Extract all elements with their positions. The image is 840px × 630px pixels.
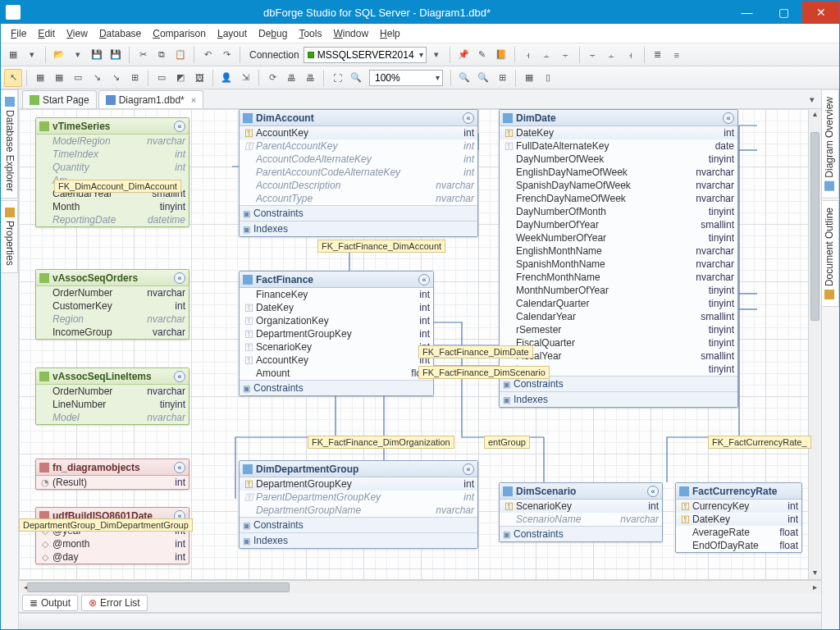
entity-dimdepartmentgroup[interactable]: DimDepartmentGroup« DepartmentGroupKeyin… (239, 460, 478, 549)
column-row[interactable]: FinanceKeyint (240, 288, 433, 301)
distribute-h-button[interactable]: ≣ (649, 46, 667, 64)
column-row[interactable]: ReportingDatedatetime (36, 213, 189, 226)
column-row[interactable]: OrderNumbernvarchar (36, 385, 189, 398)
column-row[interactable]: EnglishMonthNamenvarchar (500, 244, 737, 258)
align-right-button[interactable]: ⫟ (557, 46, 575, 64)
copy-button[interactable]: ⧉ (153, 46, 171, 64)
column-row[interactable]: ScenarioKeyint (240, 340, 433, 354)
scrollbar-thumb[interactable] (27, 582, 290, 592)
menu-layout[interactable]: Layout (212, 26, 252, 41)
save-all-button[interactable]: 💾 (107, 46, 125, 64)
align-top-button[interactable]: ⫟ (584, 46, 602, 64)
section-constraints[interactable]: Constraints (240, 205, 477, 221)
menu-edit[interactable]: Edit (33, 26, 60, 41)
select-tool[interactable]: ↖ (4, 69, 22, 87)
collapse-icon[interactable]: « (463, 112, 474, 124)
column-row[interactable]: IncomeGroupvarchar (36, 326, 189, 339)
entity-vassocseqorders[interactable]: vAssocSeqOrders« OrderNumbernvarcharCust… (35, 269, 189, 340)
column-row[interactable]: AccountKeyint (240, 354, 433, 367)
column-row[interactable]: OrderNumbernvarchar (36, 286, 189, 299)
section-constraints[interactable]: Constraints (240, 517, 477, 532)
horizontal-scrollbar[interactable]: ◂▸ (19, 580, 821, 593)
section-constraints[interactable]: Constraints (240, 380, 433, 395)
connection-dropdown[interactable]: ▾ (427, 46, 445, 64)
column-row[interactable]: WeekNumberOfYeartinyint (500, 231, 737, 244)
print-preview-button[interactable]: 🖶 (301, 69, 319, 87)
column-row[interactable]: DayNumberOfWeektinyint (500, 153, 737, 166)
column-row[interactable]: FrenchMonthNamenvarchar (500, 271, 737, 284)
align-center-button[interactable]: ⫠ (538, 46, 556, 64)
entity-udfbuildiso8601date[interactable]: udfBuildISO8601Date« @yearint@monthint@d… (35, 507, 189, 564)
column-row[interactable]: EndOfDayRatefloat (676, 539, 801, 552)
column-row[interactable]: DateKeyint (240, 301, 433, 314)
add-container-button[interactable]: ▭ (69, 69, 87, 87)
column-row[interactable]: DepartmentGroupKeyint (240, 327, 433, 340)
entity-dimaccount[interactable]: DimAccount« AccountKeyint ParentAccountK… (239, 109, 478, 237)
column-row[interactable]: @dayint (36, 550, 189, 564)
align-left-button[interactable]: ⫞ (519, 46, 537, 64)
entity-vtimeseries[interactable]: vTimeSeries« ModelRegionnvarcharTimeInde… (35, 117, 189, 227)
tab-diagram-overview[interactable]: Diagram Overview (822, 89, 839, 199)
column-row[interactable]: ParentDepartmentGroupKeyint (240, 491, 477, 504)
print-button[interactable]: 🖶 (282, 69, 300, 87)
column-row[interactable]: rSemestertinyint (500, 323, 737, 336)
tab-document-outline[interactable]: Document Outline (822, 200, 839, 307)
column-row[interactable]: SpanishDayNameOfWeeknvarchar (500, 179, 737, 192)
tab-error-list[interactable]: ⊗Error List (81, 595, 148, 611)
menu-database[interactable]: Database (94, 26, 146, 41)
distribute-v-button[interactable]: ≡ (668, 46, 686, 64)
column-row[interactable]: AverageRatefloat (676, 526, 801, 539)
column-row[interactable]: ParentAccountKeyint (240, 139, 477, 153)
column-row[interactable]: TimeIndexint (36, 148, 189, 161)
column-row[interactable]: AccountTypenvarchar (240, 192, 477, 205)
column-row[interactable]: SpanishMonthNamenvarchar (500, 258, 737, 271)
column-row[interactable]: ScenarioNamenvarchar (500, 513, 662, 526)
zoom-out-button[interactable]: 🔍 (474, 69, 492, 87)
undo-button[interactable]: ↶ (199, 46, 217, 64)
pin-button[interactable]: 📌 (454, 46, 472, 64)
column-row[interactable]: CustomerKeyint (36, 299, 189, 313)
new-sql-dropdown[interactable]: ▾ (23, 46, 41, 64)
book-button[interactable]: 📙 (492, 46, 510, 64)
export-button[interactable]: ⇲ (236, 69, 254, 87)
title-bar[interactable]: dbForge Studio for SQL Server - Diagram1… (1, 1, 839, 24)
entity-fn-diagramobjects[interactable]: fn_diagramobjects« (Result)int (35, 459, 189, 490)
column-row[interactable]: ParentAccountCodeAlternateKeyint (240, 166, 477, 179)
column-row[interactable]: MonthNumberOfYeartinyint (500, 284, 737, 297)
page-button[interactable]: ▯ (539, 69, 557, 87)
menu-tools[interactable]: Tools (294, 26, 326, 41)
column-row[interactable]: FiscalYearsmallint (500, 349, 737, 363)
tab-properties[interactable]: Properties (1, 200, 18, 273)
collapse-icon[interactable]: « (174, 272, 185, 284)
section-indexes[interactable]: Indexes (240, 532, 477, 548)
canvas-viewport[interactable]: vTimeSeries« ModelRegionnvarcharTimeInde… (19, 109, 821, 580)
collapse-icon[interactable]: « (174, 462, 185, 473)
column-row[interactable]: FiscalQuartertinyint (500, 336, 737, 349)
cut-button[interactable]: ✂ (134, 46, 152, 64)
grid-button[interactable]: ▦ (520, 69, 538, 87)
tab-output[interactable]: ≣Output (22, 595, 78, 611)
collapse-icon[interactable]: « (647, 486, 659, 497)
column-row[interactable]: AccountDescriptionnvarchar (240, 179, 477, 192)
minimize-button[interactable]: — (728, 1, 765, 24)
edit-button[interactable]: ✎ (473, 46, 491, 64)
section-constraints[interactable]: Constraints (500, 526, 662, 541)
tab-start-page[interactable]: Start Page (22, 90, 97, 108)
image-button[interactable]: 🖼 (190, 69, 208, 87)
user-button[interactable]: 👤 (217, 69, 235, 87)
zoom-fit-button[interactable]: 🔍 (347, 69, 365, 87)
paste-button[interactable]: 📋 (171, 46, 189, 64)
add-relation-button[interactable]: ↘ (88, 69, 106, 87)
collapse-icon[interactable]: « (174, 371, 185, 382)
layout-tree-button[interactable]: ⊞ (126, 69, 144, 87)
column-row[interactable]: Regionnvarchar (36, 313, 189, 326)
column-row[interactable]: CalendarQuartertinyint (500, 297, 737, 310)
menu-file[interactable]: FFileile (6, 26, 31, 41)
column-row[interactable]: Monthtinyint (36, 200, 189, 213)
maximize-button[interactable]: ▢ (765, 1, 802, 24)
new-sql-button[interactable]: ▦ (4, 46, 22, 64)
redo-button[interactable]: ↷ (217, 46, 235, 64)
column-row[interactable]: ModelRegionnvarchar (36, 135, 189, 148)
add-virtual-relation-button[interactable]: ↘ (107, 69, 125, 87)
column-row[interactable]: FullDateAlternateKeydate (500, 139, 737, 153)
